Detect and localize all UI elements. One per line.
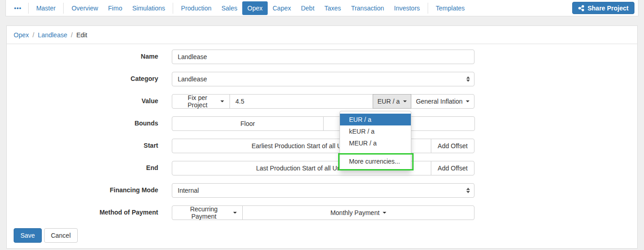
nav-tab-sales[interactable]: Sales bbox=[216, 1, 242, 15]
more-menu-icon[interactable]: ••• bbox=[10, 1, 25, 15]
recurrence-dropdown-button[interactable]: Recurring Payment bbox=[172, 205, 243, 220]
start-row: Start Earliest Production Start of all U… bbox=[7, 139, 637, 153]
category-row: Category Landlease bbox=[7, 72, 637, 86]
name-input[interactable] bbox=[172, 50, 474, 64]
select-arrows-icon bbox=[466, 76, 470, 82]
value-row: Value Fix per Project EUR / a EUR / a kE… bbox=[7, 94, 637, 109]
breadcrumb-current: Edit bbox=[76, 31, 87, 39]
nav-tab-debt[interactable]: Debt bbox=[296, 1, 320, 15]
nav-tab-transaction[interactable]: Transaction bbox=[346, 1, 389, 15]
currency-unit-label: EUR / a bbox=[377, 98, 399, 105]
financing-mode-value: Internal bbox=[178, 187, 199, 194]
financing-mode-row: Financing Mode Internal bbox=[7, 183, 637, 198]
currency-option-keur[interactable]: kEUR / a bbox=[340, 125, 411, 137]
nav-divider bbox=[173, 3, 173, 14]
caret-down-icon bbox=[466, 100, 469, 102]
method-of-payment-label: Method of Payment bbox=[7, 205, 158, 220]
end-label: End bbox=[7, 161, 158, 175]
bounds-floor-button[interactable]: Floor bbox=[172, 116, 324, 131]
caret-down-icon bbox=[220, 100, 224, 102]
select-arrows-icon bbox=[466, 188, 470, 193]
currency-option-meur[interactable]: MEUR / a bbox=[340, 137, 411, 149]
bounds-row: Bounds Floor bbox=[7, 116, 637, 131]
end-row: End Last Production Start of all Units A… bbox=[7, 161, 637, 175]
value-type-label: Fix per Project bbox=[178, 94, 217, 109]
nav-tab-master[interactable]: Master bbox=[31, 1, 61, 15]
edit-form: Name Category Landlease Value Fix per Pr… bbox=[7, 44, 637, 220]
top-navigation-bar: ••• Master Overview Fimo Simulations Pro… bbox=[5, 0, 639, 16]
save-button[interactable]: Save bbox=[14, 228, 42, 243]
form-actions: Save Cancel bbox=[14, 228, 637, 248]
breadcrumb-separator: / bbox=[71, 31, 73, 39]
name-row: Name bbox=[7, 50, 637, 64]
currency-option-eur[interactable]: EUR / a bbox=[340, 114, 411, 125]
nav-tabs: ••• Master Overview Fimo Simulations Pro… bbox=[10, 0, 470, 16]
inflation-dropdown-button[interactable]: General Inflation bbox=[411, 94, 474, 109]
payment-timing-label: Monthly Payment bbox=[330, 209, 379, 216]
nav-divider bbox=[428, 3, 428, 14]
caret-down-icon bbox=[403, 100, 407, 102]
nav-divider bbox=[28, 3, 29, 14]
nav-tab-taxes[interactable]: Taxes bbox=[320, 1, 346, 15]
breadcrumb-opex-link[interactable]: Opex bbox=[14, 31, 29, 39]
share-project-button[interactable]: Share Project bbox=[572, 2, 634, 14]
value-amount-input[interactable] bbox=[230, 94, 373, 109]
currency-dropdown-menu: EUR / a kEUR / a MEUR / a More currencie… bbox=[339, 111, 411, 171]
share-project-label: Share Project bbox=[588, 5, 629, 12]
start-label: Start bbox=[7, 139, 158, 153]
caret-down-icon bbox=[383, 212, 386, 214]
payment-timing-dropdown-button[interactable]: Monthly Payment bbox=[242, 205, 474, 220]
more-currencies-option[interactable]: More currencies... bbox=[340, 155, 411, 167]
breadcrumb: Opex / Landlease / Edit bbox=[7, 26, 637, 44]
share-icon bbox=[578, 5, 584, 11]
currency-unit-dropdown-button[interactable]: EUR / a bbox=[373, 94, 411, 109]
end-add-offset-button[interactable]: Add Offset bbox=[431, 161, 474, 175]
recurrence-label: Recurring Payment bbox=[178, 205, 230, 220]
method-of-payment-row: Method of Payment Recurring Payment Mont… bbox=[7, 205, 637, 220]
nav-divider bbox=[63, 3, 64, 14]
nav-tab-simulations[interactable]: Simulations bbox=[127, 1, 170, 15]
value-type-dropdown-button[interactable]: Fix per Project bbox=[172, 94, 230, 109]
category-select-value: Landlease bbox=[178, 75, 207, 83]
bounds-label: Bounds bbox=[7, 116, 158, 131]
caret-down-icon bbox=[233, 212, 237, 214]
nav-tab-opex[interactable]: Opex bbox=[242, 1, 267, 15]
financing-mode-select[interactable]: Internal bbox=[172, 183, 474, 198]
nav-tab-templates[interactable]: Templates bbox=[431, 1, 470, 15]
cancel-button[interactable]: Cancel bbox=[44, 228, 78, 243]
category-label: Category bbox=[7, 72, 158, 86]
financing-mode-label: Financing Mode bbox=[7, 183, 158, 198]
start-add-offset-button[interactable]: Add Offset bbox=[431, 139, 474, 153]
nav-tab-fimo[interactable]: Fimo bbox=[103, 1, 127, 15]
breadcrumb-landlease-link[interactable]: Landlease bbox=[38, 31, 67, 39]
nav-tab-overview[interactable]: Overview bbox=[66, 1, 103, 15]
nav-tab-capex[interactable]: Capex bbox=[268, 1, 296, 15]
breadcrumb-separator: / bbox=[32, 31, 34, 39]
inflation-label: General Inflation bbox=[416, 98, 463, 105]
edit-panel: Opex / Landlease / Edit Name Category La… bbox=[6, 25, 638, 249]
nav-tab-production[interactable]: Production bbox=[176, 1, 216, 15]
nav-tab-investors[interactable]: Investors bbox=[389, 1, 425, 15]
value-label: Value bbox=[7, 94, 158, 109]
category-select[interactable]: Landlease bbox=[172, 72, 474, 86]
name-label: Name bbox=[7, 50, 158, 64]
